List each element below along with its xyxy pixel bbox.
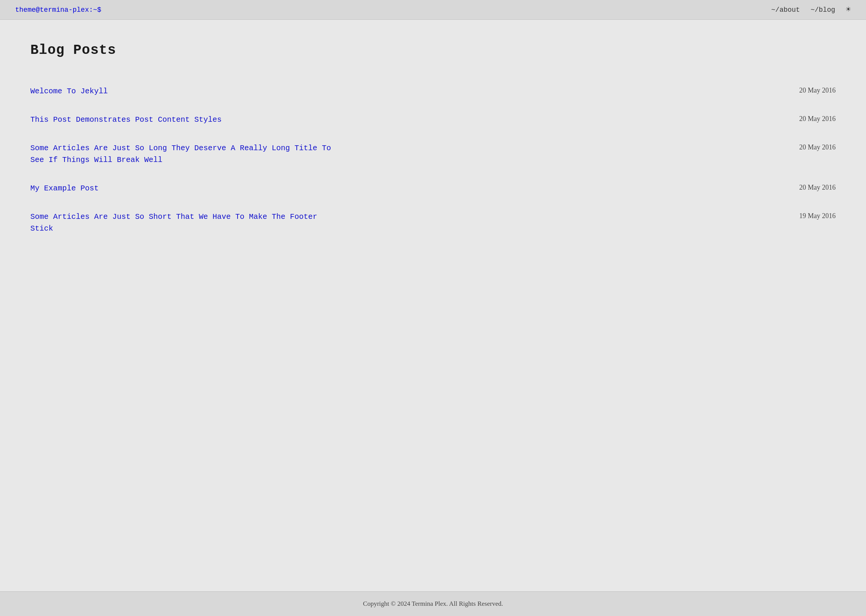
post-date: 20 May 2016	[790, 182, 836, 192]
post-link[interactable]: Some Articles Are Just So Short That We …	[30, 211, 342, 234]
post-link[interactable]: Some Articles Are Just So Long They Dese…	[30, 142, 342, 166]
post-list: Welcome To Jekyll20 May 2016This Post De…	[30, 77, 836, 243]
nav-about[interactable]: ~/about	[771, 6, 800, 14]
post-date: 20 May 2016	[790, 85, 836, 94]
post-item: This Post Demonstrates Post Content Styl…	[30, 105, 836, 134]
post-link[interactable]: My Example Post	[30, 182, 99, 194]
post-date: 19 May 2016	[790, 211, 836, 220]
theme-toggle-icon[interactable]: ☀	[846, 5, 851, 15]
page-title: Blog Posts	[30, 42, 836, 58]
footer-text: Copyright © 2024 Termina Plex. All Right…	[15, 600, 851, 608]
post-item: Some Articles Are Just So Long They Dese…	[30, 134, 836, 174]
main-content: Blog Posts Welcome To Jekyll20 May 2016T…	[0, 20, 866, 591]
post-link[interactable]: Welcome To Jekyll	[30, 85, 108, 97]
site-header: theme@termina-plex:~$ ~/about ~/blog ☀	[0, 0, 866, 20]
site-brand: theme@termina-plex:~$	[15, 6, 101, 14]
nav-blog[interactable]: ~/blog	[811, 6, 835, 14]
post-link[interactable]: This Post Demonstrates Post Content Styl…	[30, 114, 222, 126]
site-footer: Copyright © 2024 Termina Plex. All Right…	[0, 591, 866, 616]
post-date: 20 May 2016	[790, 142, 836, 151]
main-nav: ~/about ~/blog ☀	[771, 5, 851, 15]
post-item: Some Articles Are Just So Short That We …	[30, 203, 836, 243]
post-item: Welcome To Jekyll20 May 2016	[30, 77, 836, 105]
post-item: My Example Post20 May 2016	[30, 174, 836, 203]
post-date: 20 May 2016	[790, 114, 836, 123]
